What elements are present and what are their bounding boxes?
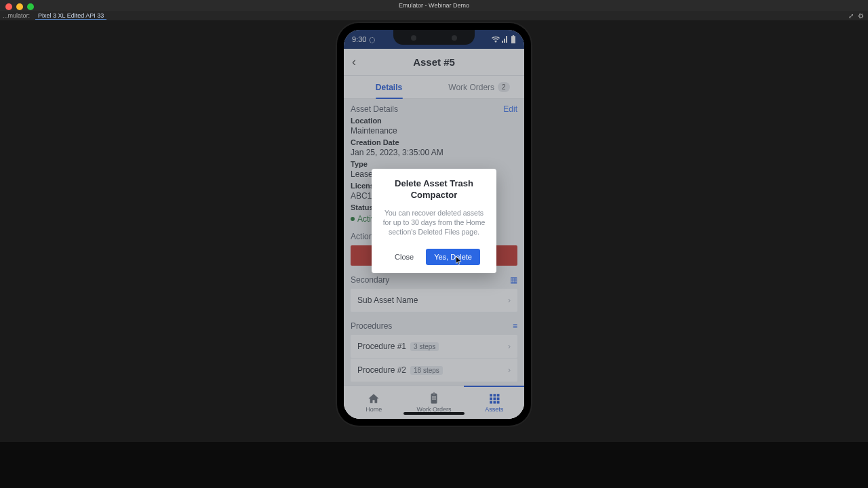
- emulator-tab[interactable]: Pixel 3 XL Edited API 33: [35, 12, 106, 20]
- edit-button[interactable]: Edit: [503, 104, 517, 114]
- expand-icon[interactable]: ⤢: [848, 12, 854, 20]
- tab-work-orders-label: Work Orders: [448, 83, 494, 92]
- home-icon: [368, 392, 380, 405]
- procedure-name: Procedure #2: [357, 365, 406, 375]
- secondary-section-head: Secondary ▦: [351, 275, 517, 285]
- tabs: Details Work Orders 2: [344, 76, 524, 99]
- status-indicator-icon: ◌: [369, 35, 376, 44]
- location-value: Maintenance: [351, 126, 517, 136]
- clipboard-icon: [428, 392, 440, 405]
- signal-icon: [502, 36, 509, 43]
- creation-date-value: Jan 25, 2023, 3:35:00 AM: [351, 148, 517, 157]
- app-header: ‹ Asset #5: [344, 49, 524, 76]
- window-maximize-icon[interactable]: [27, 3, 34, 10]
- procedure-name: Procedure #1: [357, 342, 406, 351]
- sub-asset-name: Sub Asset Name: [357, 296, 418, 305]
- mouse-cursor-icon: [456, 256, 462, 266]
- procedure-row[interactable]: Procedure #2 18 steps ›: [351, 359, 517, 382]
- list-icon[interactable]: ≡: [513, 321, 517, 331]
- chevron-right-icon: ›: [508, 342, 511, 351]
- tab-work-orders[interactable]: Work Orders 2: [434, 76, 524, 98]
- tab-work-orders-count: 2: [498, 82, 510, 92]
- host-window-title: Emulator - Webinar Demo: [0, 0, 868, 11]
- window-minimize-icon[interactable]: [16, 3, 23, 10]
- dialog-body: You can recover deleted assets for up to…: [380, 208, 488, 237]
- dialog-title: Delete Asset Trash Compactor: [380, 178, 488, 201]
- chevron-right-icon: ›: [508, 365, 511, 375]
- wifi-icon: [492, 36, 500, 43]
- battery-icon: [511, 35, 516, 43]
- procedures-section-head: Procedures ≡: [351, 321, 517, 331]
- procedures-label: Procedures: [351, 321, 392, 331]
- desktop-bottom-strip: [0, 442, 868, 488]
- nav-work-orders-label: Work Orders: [417, 406, 452, 413]
- nav-active-indicator: [464, 386, 524, 387]
- nav-assets[interactable]: Assets: [464, 386, 524, 419]
- phone-frame: 9:30 ◌ ‹ Asset #5 Details: [337, 23, 531, 426]
- grid-icon[interactable]: ▦: [510, 275, 517, 285]
- window-close-icon[interactable]: [5, 3, 12, 10]
- status-dot-icon: [351, 217, 355, 221]
- type-label: Type: [351, 160, 517, 168]
- traffic-lights: [5, 3, 34, 10]
- delete-confirm-dialog: Delete Asset Trash Compactor You can rec…: [372, 169, 496, 273]
- phone-screen: 9:30 ◌ ‹ Asset #5 Details: [344, 30, 524, 419]
- status-time: 9:30: [352, 35, 366, 43]
- nav-assets-label: Assets: [485, 406, 503, 413]
- nav-home[interactable]: Home: [344, 386, 404, 419]
- location-label: Location: [351, 117, 517, 125]
- tab-details-label: Details: [376, 83, 402, 92]
- host-sub-bar: ...mulator: Pixel 3 XL Edited API 33: [0, 11, 868, 20]
- gear-icon[interactable]: ⚙: [858, 12, 864, 20]
- host-top-right-controls: ⤢ ⚙: [848, 12, 864, 20]
- procedure-row[interactable]: Procedure #1 3 steps ›: [351, 335, 517, 358]
- back-button[interactable]: ‹: [352, 55, 356, 69]
- phone-notch: [393, 30, 475, 45]
- grid-icon: [488, 392, 500, 405]
- procedure-steps-badge: 18 steps: [410, 366, 443, 375]
- dialog-confirm-button[interactable]: Yes, Delete: [426, 249, 480, 265]
- creation-date-label: Creation Date: [351, 138, 517, 146]
- dialog-close-button[interactable]: Close: [388, 249, 420, 265]
- emulator-label: ...mulator:: [3, 12, 30, 19]
- chevron-right-icon: ›: [508, 296, 511, 305]
- section-title: Asset Details: [351, 104, 398, 114]
- secondary-label: Secondary: [351, 275, 389, 285]
- home-indicator[interactable]: [403, 412, 465, 415]
- procedure-steps-badge: 3 steps: [410, 342, 439, 351]
- tab-details[interactable]: Details: [344, 76, 434, 98]
- page-title: Asset #5: [413, 56, 455, 68]
- sub-asset-row[interactable]: Sub Asset Name ›: [351, 289, 517, 312]
- nav-home-label: Home: [366, 406, 382, 413]
